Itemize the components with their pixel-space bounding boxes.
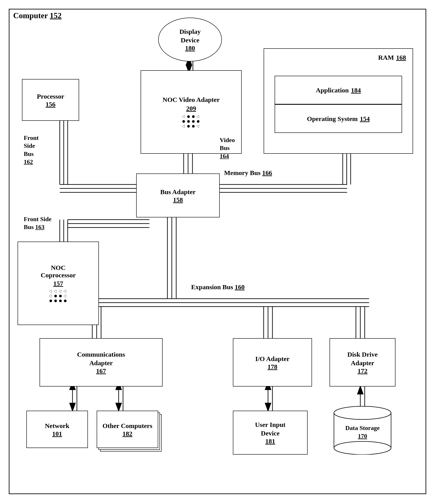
svg-text:170: 170: [358, 433, 367, 440]
processor-box: Processor 156: [22, 79, 79, 121]
dot: [182, 115, 185, 118]
user-input-device-box: User InputDevice 181: [233, 411, 308, 455]
ram-box: RAM 168 Application 184 Operating System…: [264, 48, 413, 154]
noc-video-dot-grid: [182, 115, 200, 128]
disk-drive-adapter-label: Disk DriveAdapter: [347, 350, 378, 367]
application-number: 184: [351, 87, 361, 94]
noc-video-number: 209: [186, 105, 196, 112]
dot: [54, 299, 57, 302]
processor-label: Processor: [37, 92, 64, 100]
dot: [49, 290, 52, 293]
communications-adapter-box: CommunicationsAdapter 167: [40, 338, 163, 387]
dot: [49, 295, 52, 297]
memory-bus-label: Memory Bus 166: [224, 169, 272, 177]
dot: [197, 120, 199, 123]
network-label: Network: [45, 422, 69, 430]
dot: [64, 295, 67, 297]
application-box: Application 184: [275, 76, 402, 104]
bus-adapter-number: 158: [173, 196, 183, 204]
communications-adapter-label: CommunicationsAdapter: [77, 350, 125, 367]
application-label: Application: [316, 86, 349, 94]
dot: [187, 115, 190, 118]
noc-coprocessor-number: 157: [53, 280, 63, 287]
front-side-bus-163-label: Front SideBus 163: [24, 215, 51, 231]
dot: [54, 295, 57, 297]
noc-coprocessor-label: NOCCoprocessor: [41, 264, 76, 279]
display-device-number: 180: [185, 44, 195, 52]
user-input-device-label: User InputDevice: [255, 420, 286, 437]
dot: [197, 115, 199, 118]
io-adapter-label: I/O Adapter: [255, 354, 290, 363]
front-side-bus-162-label: FrontSideBus162: [24, 134, 39, 166]
os-box: Operating System 154: [275, 104, 402, 133]
dot: [59, 299, 62, 302]
computer-number: 152: [50, 11, 62, 20]
dot: [197, 125, 199, 128]
dot: [192, 120, 195, 123]
svg-point-53: [334, 406, 391, 419]
bus-adapter-box: Bus Adapter 158: [136, 173, 220, 217]
other-computers-front: Other Computers 182: [97, 411, 158, 448]
network-number: 101: [52, 430, 62, 437]
noc-coprocessor-dot-grid: [49, 290, 67, 303]
communications-adapter-number: 167: [96, 367, 106, 375]
disk-drive-adapter-number: 172: [358, 367, 368, 375]
other-computers-number: 182: [123, 430, 133, 437]
display-device-box: DisplayDevice 180: [158, 18, 222, 62]
dot: [182, 120, 185, 123]
expansion-bus-label: Expansion Bus 160: [191, 283, 245, 291]
dot: [59, 295, 62, 297]
os-label: Operating System: [307, 114, 358, 123]
ram-label: RAM: [378, 53, 394, 62]
svg-point-54: [334, 441, 391, 455]
data-storage-svg: Data Storage 170: [330, 404, 395, 455]
dot: [64, 290, 67, 293]
disk-drive-adapter-box: Disk DriveAdapter 172: [330, 338, 395, 387]
dot: [182, 125, 185, 128]
os-number: 154: [360, 115, 370, 123]
data-storage-box: Data Storage 170: [330, 404, 395, 455]
dot: [192, 125, 195, 128]
dot: [187, 125, 190, 128]
display-device-label: DisplayDevice: [180, 27, 201, 44]
network-box: Network 101: [26, 411, 88, 448]
io-adapter-number: 178: [268, 363, 278, 370]
video-bus-label: VideoBus164: [220, 136, 235, 160]
bus-adapter-label: Bus Adapter: [160, 188, 196, 196]
processor-number: 156: [46, 100, 55, 108]
computer-label: Computer 152: [13, 11, 62, 20]
ram-number: 168: [396, 54, 406, 61]
noc-coprocessor-box: NOCCoprocessor 157: [18, 242, 99, 325]
noc-video-label: NOC Video Adapter: [163, 96, 220, 103]
dot: [49, 299, 52, 302]
page: Computer 152: [0, 0, 435, 504]
dot: [187, 120, 190, 123]
dot: [54, 290, 57, 293]
dot: [64, 299, 67, 302]
other-computers-label: Other Computers: [103, 422, 153, 430]
dot: [192, 115, 195, 118]
svg-text:Data Storage: Data Storage: [345, 424, 380, 431]
user-input-device-number: 181: [265, 437, 275, 445]
io-adapter-box: I/O Adapter 178: [233, 338, 312, 387]
dot: [59, 290, 62, 293]
computer-label-text: Computer: [13, 11, 48, 20]
